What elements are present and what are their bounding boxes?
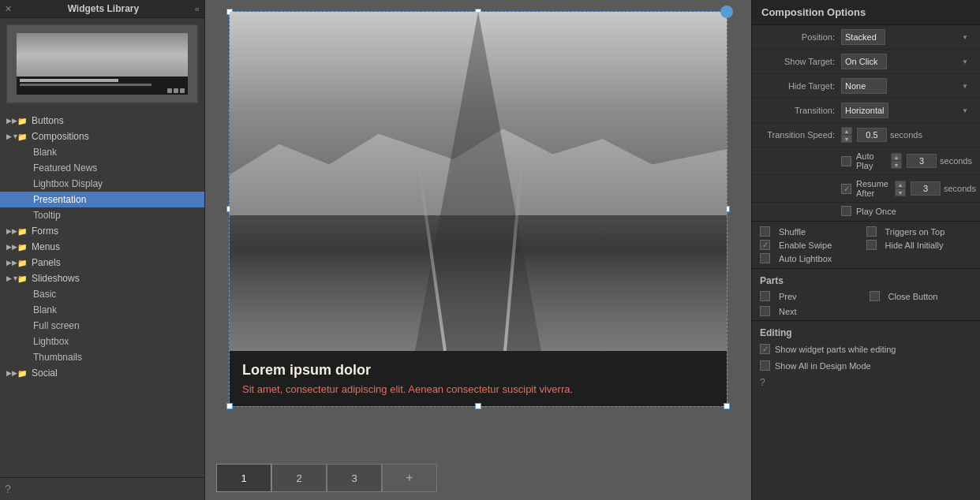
road-background [230,12,727,351]
parts-section-header: Parts [752,271,980,289]
sidebar-item-blank[interactable]: Blank [0,144,204,160]
spinner-up[interactable]: ▲ [841,127,852,135]
sidebar-item-lightbox[interactable]: Lightbox [0,334,204,349]
resize-handle-bot-left[interactable] [226,403,233,409]
triggers-on-top-item: Triggers on Top [866,226,973,237]
preview-dots [167,88,185,93]
page-button-2[interactable]: 2 [271,464,327,492]
show-target-select[interactable]: On Click On Hover None [841,54,887,69]
auto-lightbox-item: Auto Lightbox [760,253,866,263]
auto-lightbox-label: Auto Lightbox [779,254,832,263]
transition-speed-spinner: ▲ ▼ [841,127,852,143]
sidebar-item-full-screen[interactable]: Full screen [0,318,204,334]
play-once-label: Play Once [856,207,896,216]
folder-icon [17,131,28,142]
sidebar-item-panels[interactable]: ▶ Panels [0,255,204,271]
show-widget-parts-label: Show widget parts while editing [775,345,896,354]
sidebar-tree: ▶ Buttons ▼ Compositions Blank Featured … [0,110,204,477]
triggers-on-top-checkbox[interactable] [866,226,877,237]
arrow-icon: ▶ [6,369,14,377]
sidebar-item-buttons[interactable]: ▶ Buttons [0,113,204,129]
sidebar-item-blank-ss[interactable]: Blank [0,302,204,318]
sidebar-item-social[interactable]: ▶ Social [0,365,204,381]
folder-icon [17,241,28,252]
slideshow-image [230,12,727,351]
auto-play-row: Auto Play ▲ ▼ seconds [752,147,980,175]
position-row: Position: Stacked Centered Bottom [752,25,980,50]
spinner-down[interactable]: ▼ [841,135,852,143]
hide-target-select[interactable]: None On Click On Hover [841,78,887,94]
next-checkbox[interactable] [760,306,770,316]
sidebar-item-basic[interactable]: Basic [0,286,204,302]
hide-all-initially-checkbox[interactable] [866,240,877,250]
auto-play-input[interactable] [907,154,937,168]
play-once-checkbox[interactable] [841,206,851,216]
arrow-icon: ▼ [6,274,14,282]
sidebar-item-compositions[interactable]: ▼ Compositions [0,129,204,144]
shuffle-checkbox[interactable] [760,226,770,237]
sidebar-item-featured-news[interactable]: Featured News [0,160,204,176]
transition-speed-group: ▲ ▼ seconds [841,127,922,143]
prev-checkbox[interactable] [760,291,770,301]
parts-row-1: Prev Close Button [752,289,980,304]
resume-after-input[interactable] [911,181,941,196]
sidebar-item-forms[interactable]: ▶ Forms [0,223,204,239]
spinner-down[interactable]: ▼ [891,161,902,169]
resume-after-row: Resume After ▲ ▼ seconds [752,175,980,203]
category-label: Compositions [32,131,89,142]
sidebar-item-tooltip[interactable]: Tooltip [0,207,204,223]
hide-all-initially-item: Hide All Initially [866,240,973,250]
page-button-3[interactable]: 3 [327,464,382,492]
canvas-widget[interactable]: Lorem ipsum dolor Sit amet, consectetur … [229,11,728,407]
show-widget-parts-checkbox[interactable] [760,344,770,354]
panel-title: Composition Options [752,0,980,25]
auto-play-unit: seconds [940,156,972,166]
right-panel: Composition Options Position: Stacked Ce… [751,0,980,500]
help-icon[interactable]: ? [0,477,204,500]
divider [752,320,980,321]
close-icon[interactable]: ✕ [5,4,12,14]
show-all-design-row: Show All in Design Mode [752,357,980,374]
resize-handle-bot-right[interactable] [724,403,730,409]
arrow-icon: ▶ [6,243,14,251]
caption-text: Sit amet, consectetur adipiscing elit. A… [242,383,714,395]
prev-col: Prev [760,291,863,301]
prev-label: Prev [779,292,797,301]
transition-select[interactable]: Horizontal Vertical Fade None [841,103,888,118]
enable-swipe-checkbox[interactable] [760,240,770,250]
position-select[interactable]: Stacked Centered Bottom [841,29,885,45]
sidebar-item-lightbox-display[interactable]: Lightbox Display [0,176,204,192]
next-col: Next [760,306,972,316]
panel-help-icon[interactable]: ? [760,377,972,388]
collapse-icon[interactable]: « [195,4,200,13]
show-all-design-checkbox[interactable] [760,360,770,371]
spinner-up[interactable]: ▲ [891,153,902,161]
resume-after-checkbox[interactable] [841,184,851,194]
hide-target-label: Hide Target: [760,81,835,91]
blue-dot-handle[interactable] [720,6,733,18]
transition-row: Transition: Horizontal Vertical Fade Non… [752,99,980,123]
spinner-down[interactable]: ▼ [895,188,906,196]
preview-dot [180,88,185,93]
page-button-1[interactable]: 1 [216,464,271,492]
folder-icon [17,257,28,268]
arrow-icon: ▶ [6,117,14,125]
auto-lightbox-checkbox[interactable] [760,253,770,263]
sidebar-item-menus[interactable]: ▶ Menus [0,239,204,255]
resize-handle-bot-center[interactable] [475,403,481,409]
add-page-button[interactable]: + [382,464,437,492]
caption-title: Lorem ipsum dolor [242,362,714,379]
preview-dot [167,88,172,93]
arrow-icon: ▶ [6,227,14,235]
sidebar-item-thumbnails[interactable]: Thumbnails [0,349,204,365]
transition-speed-input[interactable] [857,128,887,142]
auto-play-checkbox[interactable] [841,156,851,166]
spinner-up[interactable]: ▲ [895,181,906,188]
position-label: Position: [760,32,835,42]
sidebar-item-presentation[interactable]: Presentation [0,192,204,207]
category-label: Social [32,368,58,379]
sidebar-item-slideshows[interactable]: ▼ Slideshows [0,271,204,286]
close-button-checkbox[interactable] [870,291,880,301]
arrow-icon: ▶ [6,259,14,267]
sidebar-titlebar: ✕ Widgets Library « [0,0,204,18]
